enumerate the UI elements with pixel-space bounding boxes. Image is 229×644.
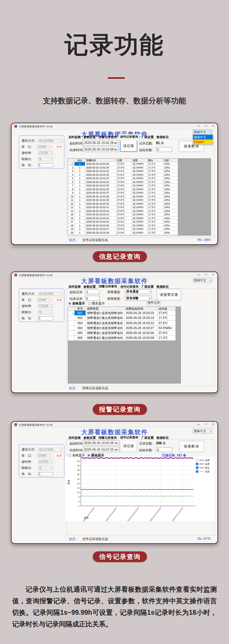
table-row[interactable]: 002报警通道2:露点高报警返回2025-05-26 15:03:1917.3℃ <box>68 315 181 320</box>
tab-4[interactable]: 厂家设置 <box>140 435 155 441</box>
calendar-icon[interactable]: ▦▾ <box>114 148 118 151</box>
table-row[interactable]: 612025-05-26 15:02:3427.9℃52.3%RH17.2℃10… <box>68 180 211 184</box>
close-icon[interactable]: × <box>212 124 214 127</box>
table-row[interactable]: 005报警通道1:温度高报警返回2025-05-26 15:03:3627.9℃ <box>68 331 181 335</box>
select-field[interactable]: 串口(COM)∨ <box>38 292 62 296</box>
table-row[interactable]: 1412025-05-26 15:02:4227.9℃52.3%RH17.3℃1… <box>68 209 211 213</box>
maximize-button[interactable]: □ <box>205 124 207 127</box>
table-row[interactable]: 712025-05-26 15:02:3527.9℃52.3%RH17.3℃10… <box>68 184 211 188</box>
tab-5[interactable]: 数据标定 <box>155 135 170 140</box>
address-input[interactable]: 1 <box>38 163 53 167</box>
address-input[interactable]: 1 <box>38 472 53 476</box>
read-records-button[interactable]: 读记录 <box>120 440 137 452</box>
calendar-icon[interactable]: ▦▾ <box>114 142 118 144</box>
tab-1[interactable]: 参数设置 <box>82 135 97 140</box>
tab-4[interactable]: 厂家设置 <box>140 135 155 140</box>
select-field[interactable]: 无∨ <box>38 310 53 314</box>
table-row[interactable]: 1212025-05-26 15:02:4027.9℃52.3%RH17.3℃1… <box>68 202 211 206</box>
close-icon[interactable]: × <box>212 273 214 276</box>
calendar-icon[interactable]: ▦▾ <box>115 448 118 451</box>
select-field[interactable]: COM4∨ <box>37 298 51 302</box>
maximize-button[interactable]: □ <box>205 273 207 276</box>
tab-5[interactable]: 数据标定 <box>155 435 170 441</box>
table-row[interactable]: 006报警通道2:露点低报警动作2025-05-26 15:03:3917.3℃ <box>68 335 181 340</box>
save-records-button[interactable]: 保存记录 <box>146 300 161 305</box>
tab-0[interactable]: 实时监测 <box>67 284 82 290</box>
calendar-icon[interactable]: ▦▾ <box>115 442 118 444</box>
select-field[interactable]: 115200∨ <box>38 151 53 155</box>
table-row[interactable]: 312025-05-26 15:02:3127.9℃52.3%RH17.3℃10… <box>68 169 211 173</box>
tab-2[interactable]: 报警记录查询 <box>97 135 118 140</box>
table-row[interactable]: 1812025-05-26 15:02:4627.9℃52.4%RH17.3℃1… <box>68 224 211 227</box>
minimize-button[interactable]: — <box>197 124 200 127</box>
table-cell: 报警起始时间 <box>125 307 157 311</box>
table-row[interactable]: 1112025-05-26 15:02:3927.9℃52.3%RH17.3℃1… <box>68 198 211 202</box>
read-by-count-button[interactable]: 按条数读 <box>179 441 204 452</box>
end-record-input[interactable]: 6 <box>85 296 100 301</box>
tab-0[interactable]: 实时监测 <box>67 435 82 441</box>
chart-display-radio[interactable]: 图表显示 <box>88 301 105 306</box>
maximize-button[interactable]: □ <box>205 423 207 426</box>
read-records-button[interactable]: 读记录 <box>120 140 137 152</box>
tab-3[interactable]: 信号记录查询 <box>119 435 140 441</box>
close-icon[interactable]: × <box>212 423 214 426</box>
table-row[interactable]: 1612025-05-26 15:02:4427.9℃52.3%RH17.3℃1… <box>68 216 211 220</box>
tab-1[interactable]: 参数设置 <box>82 284 97 290</box>
table-row[interactable]: 1512025-05-26 15:02:4327.9℃52.4%RH17.3℃1… <box>68 213 211 216</box>
end-time-input[interactable]: 2025-05-26 15:03:58 ▦▾ <box>83 147 119 152</box>
table-cell: 10Pa <box>163 191 178 195</box>
end-time-input[interactable]: 2025-05-26 15:07:25 ▦▾ <box>83 447 119 452</box>
language-select[interactable]: 简体中文 ∨ <box>193 278 212 283</box>
select-field[interactable]: COM4∨ <box>37 145 51 149</box>
table-row[interactable]: 412025-05-26 15:02:3227.9℃52.3%RH17.3℃10… <box>68 173 211 177</box>
start-time-input[interactable]: 2025-05-26 15:02:28 ▦▾ <box>83 440 119 445</box>
select-field[interactable]: 115200∨ <box>38 304 53 308</box>
table-row[interactable]: ▸112025-05-26 15:02:2927.9℃52.3%RH17.2℃1… <box>68 162 211 166</box>
table-row[interactable]: 212025-05-26 15:02:3027.9℃52.3%RH17.2℃10… <box>68 166 211 170</box>
table-row[interactable]: 1012025-05-26 15:02:3827.9℃52.3%RH17.3℃1… <box>68 195 211 199</box>
start-time-input[interactable]: 2025-05-26 15:02:28 ▦▾ <box>83 140 119 145</box>
signal-chart[interactable]: -14914192429343944492025-05-26 15:03:002… <box>66 457 215 521</box>
tab-3[interactable]: 信号记录查询 <box>119 284 140 290</box>
close-port-button[interactable]: 关闭 <box>54 453 64 458</box>
tab-1[interactable]: 参数设置 <box>82 435 97 441</box>
start-index-input[interactable]: 0 <box>156 147 172 152</box>
signal-records-table[interactable]: 地址测量时间温度湿度露点压差▸112025-05-26 15:02:2927.9… <box>68 158 211 236</box>
language-option-english[interactable]: English <box>193 140 213 144</box>
select-field[interactable]: 串口(COM)∨ <box>38 139 62 143</box>
tab-2[interactable]: 报警记录查询 <box>97 435 118 441</box>
tab-2[interactable]: 报警记录查询 <box>97 284 119 290</box>
table-row[interactable]: 004报警通道4:湿度高报警动作2025-05-26 15:03:2752.5%… <box>68 326 181 331</box>
select-field[interactable]: 无∨ <box>38 157 53 161</box>
table-row[interactable]: 812025-05-26 15:02:3627.9℃52.3%RH17.3℃10… <box>68 188 211 191</box>
alarm-records-table[interactable]: 序号报警类型报警起始时间动作值▸001报警通道1:温度低报警动作2025-05-… <box>68 307 181 384</box>
close-port-button[interactable]: 关闭 <box>54 144 64 150</box>
language-select[interactable]: 简体中文 ∨ <box>193 130 212 135</box>
select-field[interactable]: COM4∨ <box>37 454 51 458</box>
address-input[interactable]: 1 <box>38 316 53 320</box>
table-row[interactable]: 2012025-05-26 15:02:4827.9℃52.4%RH17.3℃1… <box>68 231 211 235</box>
table-row[interactable]: 512025-05-26 15:02:3327.9℃52.3%RH17.2℃10… <box>68 177 211 180</box>
table-display-radio[interactable]: 表格显示 <box>68 301 85 306</box>
table-row[interactable]: 1312025-05-26 15:02:4127.9℃52.4%RH17.3℃1… <box>68 206 211 209</box>
language-option-chinese[interactable]: 简体中文 <box>193 135 213 140</box>
tab-4[interactable]: 厂家设置 <box>140 284 155 290</box>
select-field[interactable]: 115200∨ <box>38 460 53 464</box>
alarm-channel-select[interactable]: 所有通道 ∨ <box>125 289 152 294</box>
minimize-button[interactable]: — <box>197 423 200 426</box>
close-port-button[interactable]: 关闭 <box>54 297 64 303</box>
table-row[interactable]: 912025-05-26 15:02:3727.9℃52.3%RH17.3℃10… <box>68 191 211 195</box>
table-row[interactable]: 1912025-05-26 15:02:4727.9℃52.4%RH17.3℃1… <box>68 227 211 231</box>
tab-5[interactable]: 数据标定 <box>155 284 170 290</box>
table-row[interactable]: 1712025-05-26 15:02:4527.9℃52.3%RH17.3℃1… <box>68 220 211 224</box>
language-select[interactable]: 简体中文 ∨ <box>193 429 212 434</box>
table-row[interactable]: ▸001报警通道1:温度低报警动作2025-05-26 15:03:0227.9… <box>68 311 181 315</box>
tab-3[interactable]: 信号记录查询 <box>119 134 140 141</box>
minimize-button[interactable]: — <box>197 273 200 276</box>
table-row[interactable]: 003报警通道3:温度高报警返回2025-05-26 15:03:2227.9℃ <box>68 321 181 326</box>
read-alarm-records-button[interactable]: 读报警记录 <box>157 289 181 300</box>
select-field[interactable]: 串口(COM)∨ <box>38 448 62 452</box>
start-index-input[interactable]: 0 <box>156 447 172 452</box>
select-field[interactable]: 无∨ <box>38 466 53 470</box>
tab-0[interactable]: 实时监测 <box>67 135 82 140</box>
